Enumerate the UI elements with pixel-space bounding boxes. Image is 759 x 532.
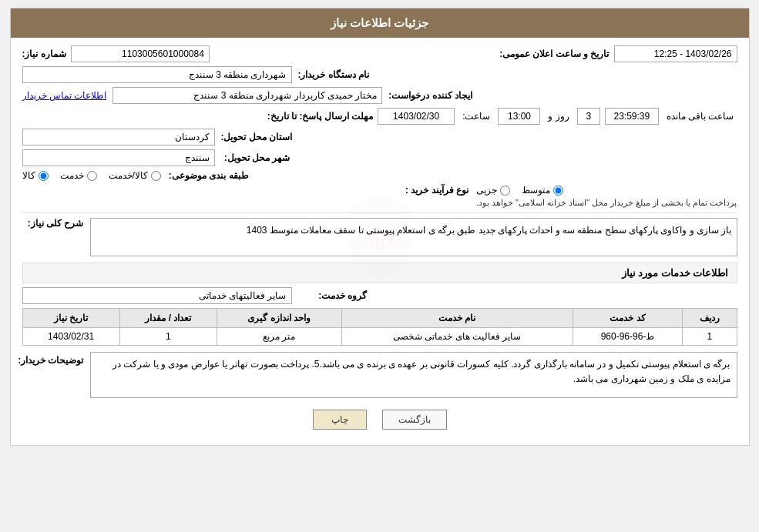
table-row: 1 ط-96-96-960 سایر فعالیت های خدماتی شخص… — [22, 328, 737, 346]
cell-unit: متر مربع — [217, 328, 341, 346]
buttons-row: بازگشت چاپ — [22, 410, 737, 430]
province-label: استان محل تحویل: — [221, 132, 293, 142]
deadline-date: 1403/02/30 — [378, 108, 455, 125]
radio-kala[interactable]: کالا — [22, 170, 49, 181]
radio-kala-khedmat-input[interactable] — [151, 171, 161, 181]
svg-text:ANA: ANA — [365, 236, 394, 252]
cell-row-num: 1 — [683, 328, 737, 346]
cell-service-name: سایر فعالیت های خدماتی شخصی — [341, 328, 573, 346]
deadline-time-label: ساعت: — [462, 111, 490, 122]
col-quantity: تعداد / مقدار — [119, 309, 217, 328]
group-label: گروه خدمت: — [298, 290, 368, 301]
cell-quantity: 1 — [119, 328, 217, 346]
buyer-org-value: شهرداری منطقه 3 سنندج — [22, 66, 292, 83]
radio-motevaset-input[interactable] — [553, 186, 563, 196]
description-label: شرح کلی نیاز: — [22, 218, 84, 229]
deadline-remain-label: ساعت باقی مانده — [667, 111, 734, 122]
deadline-remain: 23:59:39 — [605, 108, 659, 125]
col-date: تاریخ نیاز — [22, 309, 119, 328]
announce-label: تاریخ و ساعت اعلان عمومی: — [499, 49, 609, 59]
buyer-notes-text: برگه ی استعلام پیوستی تکمیل و در سامانه … — [90, 352, 737, 398]
deadline-time: 13:00 — [498, 108, 540, 125]
deadline-days: 3 — [577, 108, 600, 125]
cell-service-code: ط-96-96-960 — [573, 328, 682, 346]
need-number-label: شماره نیاز: — [22, 49, 66, 59]
need-number-value: 1103005601000084 — [71, 45, 210, 62]
radio-motevaset[interactable]: متوسط — [522, 185, 563, 196]
category-radio-group: کالا/خدمت خدمت کالا — [22, 170, 161, 181]
radio-motevaset-label: متوسط — [522, 185, 550, 196]
page-title: جزئیات اطلاعات نیاز — [331, 16, 428, 29]
radio-kala-khedmat-label: کالا/خدمت — [109, 170, 148, 181]
radio-khedmat-input[interactable] — [87, 171, 97, 181]
print-button[interactable]: چاپ — [313, 410, 367, 430]
page-header: جزئیات اطلاعات نیاز — [11, 8, 749, 38]
category-label: طبقه بندی موضوعی: — [169, 170, 249, 181]
requester-value: مختار حمیدی کاربردار شهرداری منطقه 3 سنن… — [113, 87, 382, 104]
radio-kala-khedmat[interactable]: کالا/خدمت — [109, 170, 161, 181]
group-value: سایر فعالیتهای خدماتی — [22, 287, 292, 304]
radio-kala-input[interactable] — [39, 171, 49, 181]
contact-link[interactable]: اطلاعات تماس خریدار — [22, 90, 107, 101]
deadline-days-label: روز و — [548, 111, 569, 122]
process-radio-group: متوسط جزیی — [476, 185, 563, 196]
cell-date: 1403/02/31 — [22, 328, 119, 346]
announce-value: 1403/02/26 - 12:25 — [614, 45, 737, 62]
buyer-org-label: نام دستگاه خریدار: — [298, 69, 370, 80]
radio-jozi[interactable]: جزیی — [476, 185, 510, 196]
watermark-shield: ANA — [334, 191, 426, 283]
radio-jozi-input[interactable] — [500, 186, 510, 196]
radio-kala-label: کالا — [22, 170, 35, 181]
col-row-num: ردیف — [683, 309, 737, 328]
col-service-name: نام خدمت — [341, 309, 573, 328]
deadline-label: مهلت ارسال پاسخ: تا تاریخ: — [267, 111, 373, 122]
province-value: کردستان — [22, 129, 215, 146]
radio-khedmat-label: خدمت — [60, 170, 84, 181]
city-label: شهر محل تحویل: — [221, 152, 291, 163]
services-table: ردیف کد خدمت نام خدمت واحد اندازه گیری ت… — [22, 308, 737, 346]
process-note: پرداخت تمام یا بخشی از مبلغ خریدار محل "… — [476, 198, 737, 208]
requester-label: ایجاد کننده درخواست: — [388, 90, 472, 101]
col-service-code: کد خدمت — [573, 309, 682, 328]
radio-khedmat[interactable]: خدمت — [60, 170, 97, 181]
col-unit: واحد اندازه گیری — [217, 309, 341, 328]
back-button[interactable]: بازگشت — [382, 410, 447, 430]
radio-jozi-label: جزیی — [476, 185, 497, 196]
buyer-notes-label: توضیحات خریدار: — [22, 355, 84, 366]
city-value: سنندج — [22, 149, 215, 166]
